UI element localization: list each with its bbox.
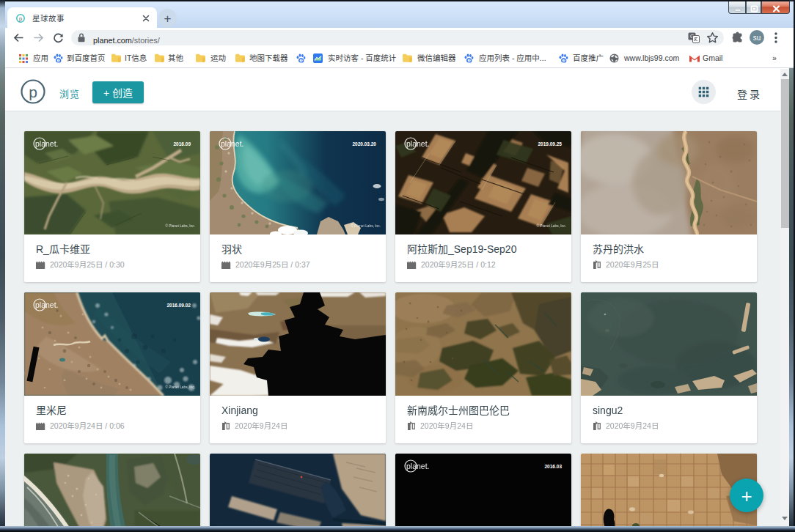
svg-text:2016.09.02: 2016.09.02 — [166, 303, 191, 308]
svg-text:planet.: planet. — [406, 139, 430, 148]
svg-text:© Planet Labs, Inc.: © Planet Labs, Inc. — [165, 223, 195, 228]
svg-text:© Planet Labs, Inc.: © Planet Labs, Inc. — [351, 223, 381, 228]
svg-text:© Planet Labs, Inc.: © Planet Labs, Inc. — [165, 385, 195, 389]
svg-text:planet.: planet. — [406, 462, 430, 470]
svg-text:2020.03.20: 2020.03.20 — [352, 141, 376, 147]
svg-text:2019.09.25: 2019.09.25 — [538, 141, 562, 147]
svg-text:© Planet Labs, Inc.: © Planet Labs, Inc. — [536, 223, 566, 228]
svg-text:planet.: planet. — [221, 139, 244, 148]
svg-text:planet.: planet. — [35, 139, 59, 148]
svg-text:planet.: planet. — [35, 300, 59, 309]
svg-text:p: p — [29, 84, 37, 100]
svg-text:2016.03: 2016.03 — [545, 464, 563, 469]
svg-text:p: p — [19, 15, 22, 22]
svg-text:2016.09: 2016.09 — [174, 141, 191, 147]
